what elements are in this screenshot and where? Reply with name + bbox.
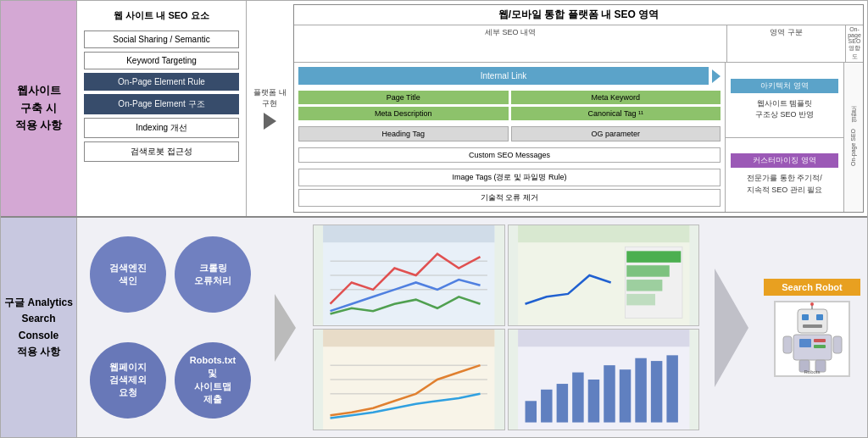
chart-svg-1: [314, 225, 504, 325]
arch-desc: 웹사이트 템플릿구조상 SEO 반영: [755, 98, 814, 121]
svg-rect-36: [793, 335, 832, 360]
robot-image: Robots: [774, 301, 850, 377]
chart-1: [313, 225, 505, 326]
og-parameter-box: OG parameter: [511, 126, 721, 141]
chart-4: [508, 329, 700, 430]
svg-rect-33: [803, 324, 822, 328]
seo-item-onpage-rule: On-Page Element Rule: [84, 73, 239, 91]
svg-rect-10: [626, 280, 662, 291]
arch-title: 아키텍처 영역: [731, 79, 838, 93]
chart-3: [313, 329, 505, 430]
seo-item-robot: 검색로봇 접근성: [84, 141, 239, 162]
custom-seo-row: Custom SEO Messages: [298, 146, 721, 164]
internal-link-box: Internal Link: [298, 67, 709, 85]
svg-rect-30: [798, 309, 827, 333]
platform-text: 플랫폼 내구현: [253, 87, 287, 109]
header-onpage: On-pageSEO영향도: [846, 25, 863, 62]
seo-domain-title: 웹/모바일 통합 플랫폼 내 SEO 영역: [294, 5, 863, 25]
detail-column: Internal Link Page Title Meta Keyword Me…: [294, 63, 726, 212]
charts-area: [306, 218, 706, 437]
custom-seo-box: Custom SEO Messages: [298, 147, 721, 163]
svg-rect-6: [518, 225, 689, 242]
platform-arrow-icon: [264, 113, 276, 130]
svg-rect-26: [635, 358, 646, 423]
heading-tag-box: Heading Tag: [298, 126, 509, 141]
seo-main-wrapper: 웹/모바일 통합 플랫폼 내 SEO 영역 세부 SEO 내역 영역 구분 On…: [293, 4, 864, 213]
right-arrow-icon: [715, 269, 748, 387]
circle-search-index: 검색엔진색인: [90, 236, 166, 313]
svg-rect-39: [814, 345, 826, 348]
svg-rect-18: [518, 330, 689, 347]
circle-robots-txt: Robots.txt및사이트맵제출: [175, 342, 251, 419]
internal-link-arrow: [712, 69, 721, 83]
bottom-right-arrow-area: [706, 218, 757, 437]
circle-crawl-error: 크롤링오류처리: [175, 236, 251, 313]
top-left-label: 웹사이트 구축 시 적용 사항: [1, 1, 77, 216]
arch-area: 아키텍처 영역 웹사이트 템플릿구조상 SEO 반영: [726, 63, 843, 138]
seo-item-onpage-struct: On-Page Element 구조: [84, 94, 239, 114]
svg-rect-37: [799, 339, 811, 347]
svg-rect-28: [666, 355, 677, 422]
custom-area: 커스터마이징 영역 전문가를 통한 주기적/지속적 SEO 관리 필요: [726, 138, 843, 213]
internal-link-row: Internal Link: [298, 65, 721, 86]
svg-rect-21: [556, 384, 567, 423]
header-detail: 세부 SEO 내역: [294, 25, 727, 62]
robot-area: Search Robot: [757, 218, 867, 437]
seo-header-row: 세부 SEO 내역 영역 구분 On-pageSEO영향도: [294, 25, 863, 63]
svg-rect-40: [783, 336, 792, 353]
svg-rect-27: [650, 361, 661, 422]
region-column: 아키텍처 영역 웹사이트 템플릿구조상 SEO 반영 커스터마이징 영역 전문가…: [726, 63, 844, 212]
svg-rect-1: [323, 225, 494, 242]
image-tags-area: Image Tags (경로 및 파일명 Rule) 기술적 오류 제거: [298, 167, 721, 208]
platform-arrow-area: 플랫폼 내구현: [247, 1, 293, 216]
circle-page-exclude: 웹페이지검색제외요청: [90, 342, 166, 419]
svg-rect-19: [525, 401, 536, 422]
svg-rect-8: [626, 251, 681, 262]
tech-error-box: 기술적 오류 제거: [298, 189, 721, 207]
onpage-column: On-page SEO 영향도: [844, 63, 863, 212]
chart-svg-4: [509, 330, 699, 430]
robot-svg: Robots: [776, 302, 849, 374]
meta-desc-box: Meta Description: [298, 107, 509, 120]
svg-rect-32: [816, 314, 823, 320]
svg-rect-9: [626, 265, 670, 276]
center-title: 웹 사이트 내 SEO 요소: [84, 9, 239, 22]
robot-label: Search Robot: [764, 279, 860, 296]
circles-area: 검색엔진색인 크롤링오류처리 웹페이지검색제외요청 Robots.txt및사이트…: [77, 218, 264, 437]
header-region: 영역 구분: [727, 25, 846, 62]
svg-rect-24: [604, 365, 615, 422]
chart-svg-3: [314, 330, 504, 430]
top-center-box: 웹 사이트 내 SEO 요소 Social Sharing / Semantic…: [77, 1, 247, 216]
svg-rect-38: [814, 339, 826, 342]
top-half: 웹사이트 구축 시 적용 사항 웹 사이트 내 SEO 요소 Social Sh…: [1, 1, 867, 218]
meta-keyword-box: Meta Keyword: [511, 91, 721, 104]
svg-point-35: [810, 302, 814, 306]
svg-rect-31: [802, 314, 809, 320]
main-container: 웹사이트 구축 시 적용 사항 웹 사이트 내 SEO 요소 Social Sh…: [0, 0, 868, 438]
custom-desc: 전문가를 통한 주기적/지속적 SEO 관리 필요: [747, 173, 823, 196]
bottom-left-label: 구글 AnalyticsSearch Console적용 사항: [1, 218, 77, 437]
bottom-half: 구글 AnalyticsSearch Console적용 사항 검색엔진색인 크…: [1, 218, 867, 437]
svg-rect-11: [626, 294, 655, 305]
svg-rect-13: [323, 330, 494, 347]
onpage-label: On-page SEO 영향도: [850, 109, 857, 166]
heading-og-row: Heading Tag OG parameter: [298, 125, 721, 143]
bottom-left-text: 구글 AnalyticsSearch Console적용 사항: [4, 295, 73, 360]
bottom-left-arrow: [264, 218, 306, 437]
image-tags-box: Image Tags (경로 및 파일명 Rule): [298, 169, 721, 186]
seo-item-indexing: Indexing 개선: [84, 118, 239, 138]
top-left-text: 웹사이트 구축 시 적용 사항: [15, 82, 63, 135]
left-arrow-icon: [275, 294, 296, 362]
svg-rect-23: [587, 380, 598, 423]
chart-svg-2: [509, 225, 699, 325]
svg-text:Robots: Robots: [804, 369, 820, 374]
chart-2: [508, 225, 700, 326]
canonical-tag-box: Canonical Tag ¹¹: [511, 107, 721, 120]
seo-item-social: Social Sharing / Semantic: [84, 30, 239, 48]
meta-grid: Page Title Meta Keyword Meta Description…: [298, 89, 721, 122]
page-title-box: Page Title: [298, 91, 509, 104]
seo-item-keyword: Keyword Targeting: [84, 52, 239, 69]
svg-rect-41: [833, 336, 842, 353]
custom-title: 커스터마이징 영역: [731, 153, 838, 168]
svg-rect-20: [541, 390, 552, 423]
